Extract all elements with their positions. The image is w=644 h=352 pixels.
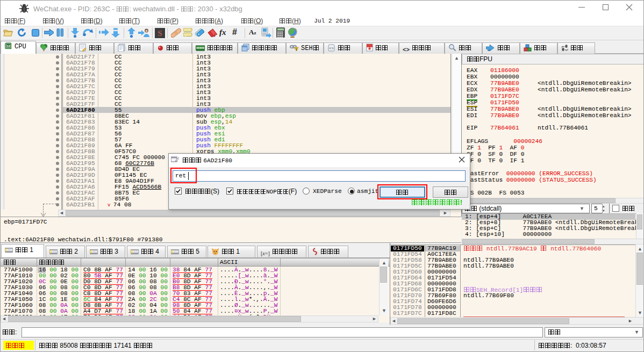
svg-text:S: S — [158, 29, 162, 38]
svg-text:!: ! — [296, 48, 297, 51]
svg-text:<>: <> — [329, 46, 333, 51]
svg-text:32: 32 — [6, 44, 10, 48]
